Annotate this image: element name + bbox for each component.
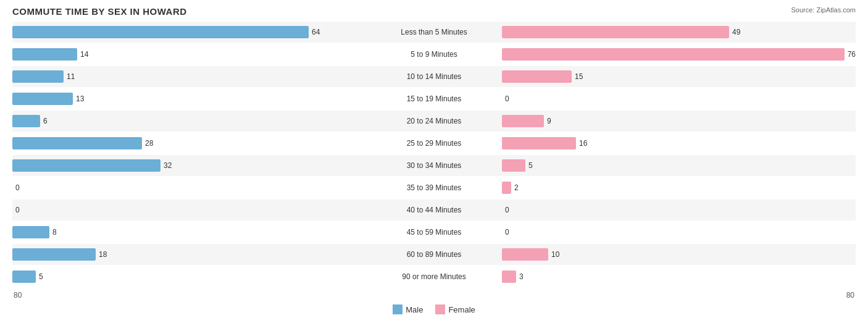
male-value: 0	[15, 183, 20, 192]
female-bar	[502, 115, 544, 127]
female-bar	[502, 70, 572, 83]
female-bar	[502, 182, 511, 194]
female-bar	[502, 26, 729, 38]
chart-row: 3230 to 34 Minutes5	[12, 155, 856, 176]
male-value: 8	[52, 228, 57, 237]
chart-row: 845 to 59 Minutes0	[12, 222, 856, 243]
male-value: 11	[67, 72, 75, 81]
chart-row: 620 to 24 Minutes9	[12, 111, 856, 132]
legend: Male Female	[12, 304, 856, 314]
female-bar	[502, 271, 516, 283]
male-value: 64	[312, 28, 320, 36]
male-value: 6	[43, 117, 48, 125]
axis-row: 80 80	[12, 291, 856, 300]
male-bar	[12, 48, 77, 61]
chart-row: 145 to 9 Minutes76	[12, 44, 856, 65]
chart-row: 1860 to 89 Minutes10	[12, 244, 856, 265]
chart-row: 64Less than 5 Minutes49	[12, 22, 856, 43]
axis-right: 80	[846, 291, 854, 300]
legend-female-label: Female	[448, 305, 475, 314]
male-bar	[12, 93, 73, 105]
chart-row: 2825 to 29 Minutes16	[12, 133, 856, 154]
male-bar	[12, 271, 36, 283]
male-bar	[12, 248, 96, 261]
chart-row: 1315 to 19 Minutes0	[12, 88, 856, 109]
male-value: 28	[145, 139, 153, 148]
chart-row: 040 to 44 Minutes0	[12, 199, 856, 220]
axis-left: 80	[14, 291, 22, 300]
male-value: 14	[80, 50, 88, 59]
male-bar	[12, 70, 64, 83]
chart-title: COMMUTE TIME BY SEX IN HOWARD	[12, 6, 187, 17]
chart-container: 64Less than 5 Minutes49145 to 9 Minutes7…	[12, 22, 856, 287]
female-color-box	[435, 304, 445, 314]
chart-row: 590 or more Minutes3	[12, 266, 856, 287]
female-bar	[502, 137, 576, 149]
male-bar	[12, 115, 40, 127]
male-bar	[12, 159, 161, 172]
female-value: 0	[505, 94, 509, 103]
female-bar	[502, 159, 525, 172]
male-value: 5	[39, 272, 43, 281]
male-value: 32	[164, 161, 172, 170]
legend-female: Female	[435, 304, 475, 314]
male-value: 0	[15, 206, 20, 214]
female-bar	[502, 48, 845, 61]
female-value: 2	[514, 183, 519, 192]
female-value: 15	[575, 72, 583, 81]
female-bar	[502, 248, 548, 261]
male-color-box	[393, 304, 403, 314]
chart-row: 1110 to 14 Minutes15	[12, 66, 856, 87]
legend-male: Male	[393, 304, 423, 314]
female-value: 3	[519, 272, 524, 281]
female-value: 49	[732, 28, 740, 36]
male-bar	[12, 226, 49, 238]
female-value: 0	[505, 206, 509, 214]
female-value: 16	[579, 139, 587, 148]
chart-row: 035 to 39 Minutes2	[12, 177, 856, 198]
female-value: 5	[528, 161, 533, 170]
male-value: 13	[76, 94, 84, 103]
female-value: 9	[547, 117, 551, 125]
male-bar	[12, 26, 309, 38]
male-bar	[12, 137, 142, 149]
female-value: 10	[551, 250, 559, 259]
male-value: 18	[99, 250, 107, 259]
female-value: 76	[848, 50, 856, 59]
female-value: 0	[505, 228, 509, 237]
source-label: Source: ZipAtlas.com	[791, 6, 856, 14]
legend-male-label: Male	[406, 305, 423, 314]
